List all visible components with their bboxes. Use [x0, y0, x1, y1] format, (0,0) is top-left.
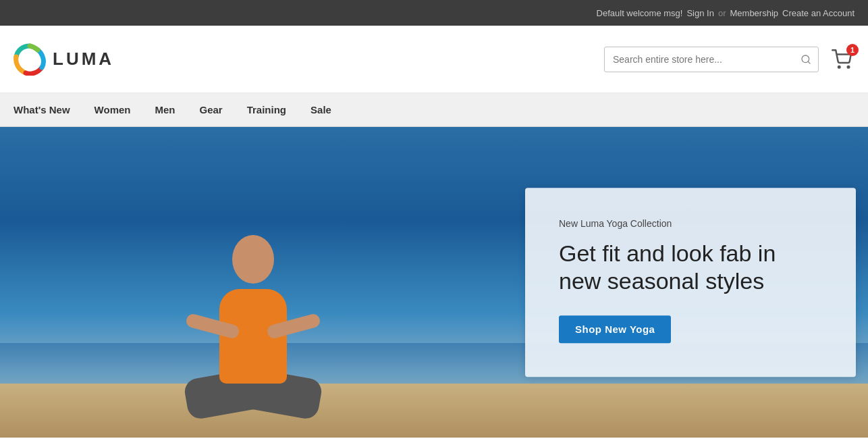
header: LUMA 1 — [0, 26, 868, 93]
create-account-link[interactable]: Create an Account — [782, 8, 855, 18]
sign-in-link[interactable]: Sign In — [686, 8, 713, 18]
promo-card: New Luma Yoga Collection Get fit and loo… — [525, 188, 856, 377]
svg-line-2 — [808, 61, 810, 63]
nav-women[interactable]: Women — [82, 93, 143, 127]
membership-link[interactable]: Membership — [730, 8, 779, 18]
nav-whats-new[interactable]: What's New — [13, 93, 82, 127]
nav-men[interactable]: Men — [142, 93, 187, 127]
search-box — [604, 47, 819, 72]
main-nav: What's New Women Men Gear Training Sale — [0, 93, 868, 127]
shop-new-yoga-button[interactable]: Shop New Yoga — [559, 315, 671, 343]
svg-point-3 — [838, 66, 840, 68]
promo-subtitle: New Luma Yoga Collection — [559, 218, 822, 229]
promo-title: Get fit and look fab in new seasonal sty… — [559, 240, 822, 295]
cart-badge: 1 — [846, 44, 859, 56]
nav-gear[interactable]: Gear — [187, 93, 234, 127]
luma-logo-icon — [13, 43, 46, 76]
top-bar: Default welcome msg! Sign In or Membersh… — [0, 0, 868, 26]
welcome-message: Default welcome msg! — [597, 8, 683, 18]
svg-point-4 — [848, 66, 850, 68]
search-input[interactable] — [605, 47, 794, 72]
search-icon — [801, 54, 811, 65]
yoga-person — [135, 154, 371, 438]
hero-figure — [34, 127, 472, 438]
search-button[interactable] — [794, 47, 818, 72]
hero-section: New Luma Yoga Collection Get fit and loo… — [0, 127, 868, 438]
or-separator: or — [718, 8, 726, 18]
logo-link[interactable]: LUMA — [13, 43, 114, 76]
nav-sale[interactable]: Sale — [298, 93, 344, 127]
logo-text: LUMA — [53, 49, 114, 70]
yoga-head — [232, 235, 274, 284]
cart-button[interactable]: 1 — [829, 47, 855, 72]
nav-training[interactable]: Training — [235, 93, 298, 127]
header-right: 1 — [604, 47, 855, 72]
